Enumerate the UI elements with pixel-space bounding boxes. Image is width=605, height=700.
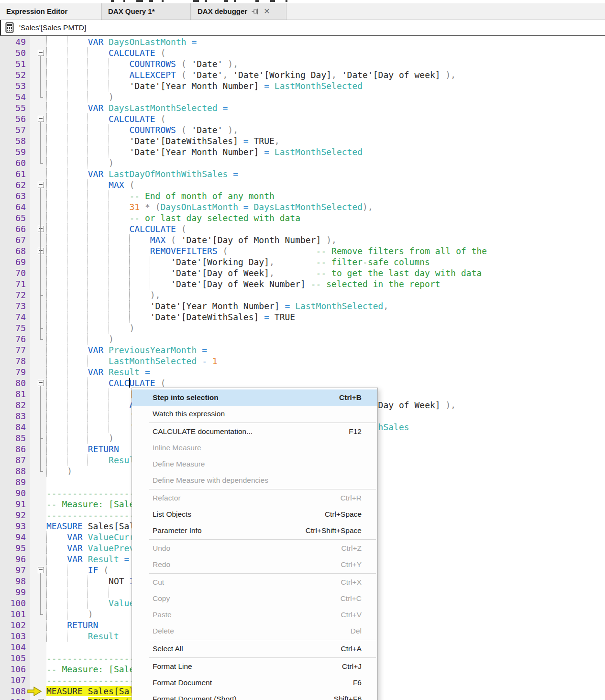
fold-toggle[interactable] bbox=[38, 248, 44, 254]
code-line[interactable]: ) bbox=[46, 609, 93, 620]
code-line[interactable]: CALCULATE ( bbox=[46, 113, 165, 124]
code-line[interactable]: VAR LastDayOfMonthWithSales = bbox=[46, 168, 238, 179]
menu-item-label: List Objects bbox=[153, 506, 191, 522]
fold-toggle[interactable] bbox=[38, 116, 44, 122]
code-line[interactable]: REMOVEFILTERS ( -- Remove filters from a… bbox=[46, 245, 487, 256]
code-line[interactable]: VAR Result = bbox=[46, 367, 150, 378]
line-number: 62 bbox=[0, 179, 26, 190]
line-number: 70 bbox=[0, 267, 26, 278]
line-number: 49 bbox=[0, 36, 26, 47]
fold-region-line bbox=[40, 386, 41, 471]
fold-toggle[interactable] bbox=[38, 567, 44, 573]
code-line[interactable]: VAR DaysOnLastMonth = bbox=[46, 36, 197, 47]
menu-separator bbox=[149, 573, 376, 574]
menu-item-shortcut: Ctrl+J bbox=[342, 658, 362, 675]
code-line[interactable]: RETURN bbox=[46, 620, 98, 631]
code-line[interactable]: COUNTROWS ( 'Date' ), bbox=[46, 58, 238, 69]
menu-item-refactor: RefactorCtrl+R bbox=[132, 490, 377, 506]
menu-item-label: Define Measure bbox=[153, 456, 205, 472]
code-line[interactable]: IF ( bbox=[46, 565, 109, 576]
line-number: 108 bbox=[0, 686, 26, 697]
code-line[interactable]: 'Date'[DateWithSales] = TRUE bbox=[46, 311, 295, 322]
line-number: 105 bbox=[0, 653, 26, 664]
code-line[interactable]: 'Date'[Year Month Number] = LastMonthSel… bbox=[46, 80, 363, 91]
code-line[interactable]: CALCULATE ( bbox=[46, 223, 187, 234]
code-line[interactable]: ) bbox=[46, 333, 114, 344]
code-line[interactable]: VAR PreviousYearMonth = bbox=[46, 344, 207, 356]
fold-toggle[interactable] bbox=[38, 50, 44, 56]
code-line[interactable]: 'Date'[DateWithSales] = TRUE, bbox=[46, 135, 280, 146]
menu-item-label: Format Document (Short) bbox=[153, 691, 237, 700]
code-line[interactable]: VAR Result = bbox=[46, 554, 129, 565]
line-number: 93 bbox=[0, 521, 26, 532]
line-number: 90 bbox=[0, 488, 26, 499]
line-number: 101 bbox=[0, 609, 26, 620]
fold-toggle[interactable] bbox=[38, 380, 44, 386]
line-number: 91 bbox=[0, 499, 26, 510]
code-line[interactable]: -- End of month of any month bbox=[46, 190, 275, 201]
menu-item-shortcut: Ctrl+Z bbox=[341, 540, 362, 556]
code-line[interactable]: MAX ( bbox=[46, 179, 134, 190]
line-number: 61 bbox=[0, 168, 26, 179]
code-line[interactable]: 'Date'[Day of Week Number] -- selected i… bbox=[46, 278, 440, 289]
code-line[interactable]: RETURN bbox=[46, 444, 119, 455]
tab-dax-query-1[interactable]: DAX Query 1* bbox=[101, 3, 191, 20]
code-line[interactable]: ) bbox=[46, 322, 134, 333]
menu-item-format-document[interactable]: Format DocumentF6 bbox=[132, 675, 377, 691]
line-number: 72 bbox=[0, 289, 26, 300]
code-line[interactable]: ALLEXCEPT ( 'Date', 'Date'[Working Day],… bbox=[46, 69, 456, 80]
pin-icon[interactable] bbox=[252, 8, 259, 15]
menu-item-format-line[interactable]: Format LineCtrl+J bbox=[132, 658, 377, 675]
code-line[interactable]: ) bbox=[46, 466, 72, 477]
line-number: 100 bbox=[0, 598, 26, 609]
code-line[interactable]: 'Date'[Year Month Number] = LastMonthSel… bbox=[46, 146, 363, 157]
menu-item-select-all[interactable]: Select AllCtrl+A bbox=[132, 641, 377, 657]
close-icon[interactable]: ✕ bbox=[264, 8, 270, 15]
line-number: 81 bbox=[0, 389, 26, 400]
code-line[interactable]: MAX ( 'Date'[Day of Month Number] ), bbox=[46, 234, 337, 245]
line-number: 53 bbox=[0, 80, 26, 91]
code-line[interactable]: CALCULATE ( bbox=[46, 47, 165, 58]
debug-current-line-marker-icon bbox=[27, 687, 43, 698]
code-line[interactable]: ) bbox=[46, 91, 114, 102]
line-number: 64 bbox=[0, 201, 26, 212]
menu-item-list-objects[interactable]: List ObjectsCtrl+Space bbox=[132, 506, 377, 522]
menu-item-delete: DeleteDel bbox=[132, 623, 377, 639]
menu-item-step-into-selection[interactable]: Step into selectionCtrl+B bbox=[132, 389, 377, 406]
code-line[interactable]: Result bbox=[46, 455, 140, 466]
menu-item-format-document-short[interactable]: Format Document (Short)Shift+F6 bbox=[132, 691, 377, 700]
fold-region-end bbox=[40, 163, 43, 164]
tab-label: DAX Query 1* bbox=[108, 7, 155, 15]
line-number: 106 bbox=[0, 664, 26, 675]
code-line[interactable]: LastMonthSelected - 1 bbox=[46, 356, 218, 367]
code-line[interactable]: COUNTROWS ( 'Date' ), bbox=[46, 124, 238, 135]
fold-region-line bbox=[40, 573, 41, 614]
menu-item-shortcut: F12 bbox=[349, 423, 362, 440]
fold-region-end bbox=[40, 471, 43, 472]
menu-item-parameter-info[interactable]: Parameter InfoCtrl+Shift+Space bbox=[132, 522, 377, 539]
menu-item-inline-measure: Inline Measure bbox=[132, 440, 377, 456]
code-line[interactable]: ), bbox=[46, 289, 160, 300]
tab-dax-debugger[interactable]: DAX debugger ✕ bbox=[191, 3, 286, 20]
toolbar-remnant-mark bbox=[255, 0, 259, 2]
code-line[interactable]: 31 * (DaysOnLastMonth = DaysLastMonthSel… bbox=[46, 201, 373, 212]
code-line[interactable]: 'Date'[Year Month Number] = LastMonthSel… bbox=[46, 300, 388, 311]
code-line[interactable]: -- or last day selected with data bbox=[46, 212, 300, 223]
code-line[interactable]: ) bbox=[46, 433, 114, 444]
tab-expression-editor[interactable]: Expression Editor bbox=[0, 3, 101, 20]
code-line[interactable]: VAR DaysLastMonthSelected = bbox=[46, 102, 228, 113]
fold-toggle[interactable] bbox=[38, 182, 44, 188]
menu-item-watch-this-expression[interactable]: Watch this expression bbox=[132, 406, 377, 422]
menu-item-label: Refactor bbox=[153, 490, 181, 506]
code-line[interactable]: Result bbox=[46, 631, 119, 642]
line-number: 84 bbox=[0, 422, 26, 433]
code-line[interactable]: 'Date'[Working Day], -- filter-safe colu… bbox=[46, 256, 430, 267]
code-line[interactable]: ) bbox=[46, 157, 114, 168]
menu-item-calculate-documentation[interactable]: CALCULATE documentation...F12 bbox=[132, 423, 377, 440]
code-line[interactable]: CALCULATE ( bbox=[46, 378, 165, 389]
menu-item-shortcut: Ctrl+B bbox=[339, 389, 362, 406]
line-number: 89 bbox=[0, 477, 26, 488]
code-line[interactable]: 'Date'[Day of Week], -- to get the last … bbox=[46, 267, 482, 278]
menu-item-shortcut: F6 bbox=[353, 675, 362, 691]
fold-toggle[interactable] bbox=[38, 226, 44, 232]
